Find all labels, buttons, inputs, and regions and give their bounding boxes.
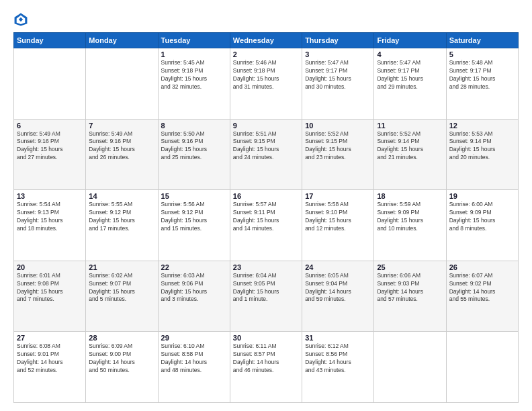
calendar-week-row: 6Sunrise: 5:49 AMSunset: 9:16 PMDaylight… [14,119,519,190]
day-info: Sunrise: 5:59 AMSunset: 9:09 PMDaylight:… [377,201,443,233]
day-number: 1 [161,50,227,58]
day-info: Sunrise: 6:05 AMSunset: 9:04 PMDaylight:… [305,272,371,304]
weekday-header-row: SundayMondayTuesdayWednesdayThursdayFrid… [14,33,519,48]
day-info: Sunrise: 5:56 AMSunset: 9:12 PMDaylight:… [161,201,227,233]
calendar-cell: 27Sunrise: 6:08 AMSunset: 9:01 PMDayligh… [14,332,86,403]
day-info: Sunrise: 6:02 AMSunset: 9:07 PMDaylight:… [89,272,154,304]
calendar-cell: 16Sunrise: 5:57 AMSunset: 9:11 PMDayligh… [230,190,302,261]
day-number: 25 [377,263,443,271]
day-info: Sunrise: 5:48 AMSunset: 9:17 PMDaylight:… [449,59,515,91]
calendar-cell: 4Sunrise: 5:47 AMSunset: 9:17 PMDaylight… [374,48,446,120]
day-info: Sunrise: 6:03 AMSunset: 9:06 PMDaylight:… [161,272,227,304]
calendar-cell: 17Sunrise: 5:58 AMSunset: 9:10 PMDayligh… [302,190,374,261]
day-number: 8 [161,122,227,130]
calendar-cell: 10Sunrise: 5:52 AMSunset: 9:15 PMDayligh… [302,119,374,190]
calendar-cell: 28Sunrise: 6:09 AMSunset: 9:00 PMDayligh… [86,332,158,403]
calendar-cell: 24Sunrise: 6:05 AMSunset: 9:04 PMDayligh… [302,261,374,332]
logo-icon [13,12,28,27]
weekday-header-friday: Friday [374,33,446,48]
logo [13,12,31,27]
calendar-cell: 22Sunrise: 6:03 AMSunset: 9:06 PMDayligh… [158,261,230,332]
day-number: 12 [449,122,515,130]
day-info: Sunrise: 6:07 AMSunset: 9:02 PMDaylight:… [449,272,515,304]
day-number: 3 [305,50,371,58]
day-info: Sunrise: 5:49 AMSunset: 9:16 PMDaylight:… [89,130,154,163]
weekday-header-monday: Monday [86,33,158,48]
day-number: 20 [17,263,83,271]
day-info: Sunrise: 5:50 AMSunset: 9:16 PMDaylight:… [161,130,227,163]
day-number: 10 [305,122,371,130]
calendar-cell: 30Sunrise: 6:11 AMSunset: 8:57 PMDayligh… [230,332,302,403]
day-info: Sunrise: 5:47 AMSunset: 9:17 PMDaylight:… [305,59,371,91]
weekday-header-sunday: Sunday [14,33,86,48]
calendar-cell: 3Sunrise: 5:47 AMSunset: 9:17 PMDaylight… [302,48,374,120]
day-number: 26 [449,263,515,271]
day-number: 19 [449,192,515,200]
day-number: 9 [233,122,299,130]
calendar-week-row: 20Sunrise: 6:01 AMSunset: 9:08 PMDayligh… [14,261,519,332]
calendar-week-row: 1Sunrise: 5:45 AMSunset: 9:18 PMDaylight… [14,48,519,120]
day-info: Sunrise: 5:49 AMSunset: 9:16 PMDaylight:… [17,130,83,163]
day-number: 23 [233,263,299,271]
calendar-cell [374,332,446,403]
day-number: 24 [305,263,371,271]
day-number: 16 [233,192,299,200]
day-number: 2 [233,50,299,58]
day-number: 22 [161,263,227,271]
calendar-table: SundayMondayTuesdayWednesdayThursdayFrid… [13,32,519,403]
calendar-cell: 11Sunrise: 5:52 AMSunset: 9:14 PMDayligh… [374,119,446,190]
calendar-cell: 21Sunrise: 6:02 AMSunset: 9:07 PMDayligh… [86,261,158,332]
day-number: 11 [377,122,443,130]
day-info: Sunrise: 6:01 AMSunset: 9:08 PMDaylight:… [17,272,83,304]
calendar-cell [446,332,518,403]
calendar-week-row: 27Sunrise: 6:08 AMSunset: 9:01 PMDayligh… [14,332,519,403]
calendar-cell: 13Sunrise: 5:54 AMSunset: 9:13 PMDayligh… [14,190,86,261]
day-info: Sunrise: 5:55 AMSunset: 9:12 PMDaylight:… [89,201,154,233]
day-info: Sunrise: 6:08 AMSunset: 9:01 PMDaylight:… [17,342,83,375]
day-number: 15 [161,192,227,200]
calendar-week-row: 13Sunrise: 5:54 AMSunset: 9:13 PMDayligh… [14,190,519,261]
header [13,12,519,27]
day-info: Sunrise: 6:06 AMSunset: 9:03 PMDaylight:… [377,272,443,304]
calendar-cell: 1Sunrise: 5:45 AMSunset: 9:18 PMDaylight… [158,48,230,120]
day-number: 30 [233,334,299,342]
day-info: Sunrise: 5:57 AMSunset: 9:11 PMDaylight:… [233,201,299,233]
calendar-cell: 7Sunrise: 5:49 AMSunset: 9:16 PMDaylight… [86,119,158,190]
calendar-cell: 2Sunrise: 5:46 AMSunset: 9:18 PMDaylight… [230,48,302,120]
day-number: 14 [89,192,154,200]
day-info: Sunrise: 5:52 AMSunset: 9:15 PMDaylight:… [305,130,371,163]
day-info: Sunrise: 6:04 AMSunset: 9:05 PMDaylight:… [233,272,299,304]
calendar-cell: 19Sunrise: 6:00 AMSunset: 9:09 PMDayligh… [446,190,518,261]
day-number: 17 [305,192,371,200]
day-info: Sunrise: 5:46 AMSunset: 9:18 PMDaylight:… [233,59,299,91]
calendar-cell [14,48,86,120]
day-number: 4 [377,50,443,58]
day-info: Sunrise: 5:58 AMSunset: 9:10 PMDaylight:… [305,201,371,233]
calendar-cell: 31Sunrise: 6:12 AMSunset: 8:56 PMDayligh… [302,332,374,403]
day-info: Sunrise: 6:10 AMSunset: 8:58 PMDaylight:… [161,342,227,375]
calendar-cell: 15Sunrise: 5:56 AMSunset: 9:12 PMDayligh… [158,190,230,261]
calendar-cell: 6Sunrise: 5:49 AMSunset: 9:16 PMDaylight… [14,119,86,190]
calendar-cell: 12Sunrise: 5:53 AMSunset: 9:14 PMDayligh… [446,119,518,190]
page: SundayMondayTuesdayWednesdayThursdayFrid… [0,0,532,411]
calendar-cell: 29Sunrise: 6:10 AMSunset: 8:58 PMDayligh… [158,332,230,403]
calendar-cell [86,48,158,120]
day-info: Sunrise: 6:11 AMSunset: 8:57 PMDaylight:… [233,342,299,375]
day-number: 13 [17,192,83,200]
calendar-cell: 25Sunrise: 6:06 AMSunset: 9:03 PMDayligh… [374,261,446,332]
weekday-header-thursday: Thursday [302,33,374,48]
day-info: Sunrise: 6:00 AMSunset: 9:09 PMDaylight:… [449,201,515,233]
calendar-cell: 14Sunrise: 5:55 AMSunset: 9:12 PMDayligh… [86,190,158,261]
day-number: 28 [89,334,154,342]
day-number: 18 [377,192,443,200]
day-number: 5 [449,50,515,58]
weekday-header-wednesday: Wednesday [230,33,302,48]
day-number: 27 [17,334,83,342]
day-number: 7 [89,122,154,130]
day-info: Sunrise: 5:52 AMSunset: 9:14 PMDaylight:… [377,130,443,163]
day-number: 21 [89,263,154,271]
day-info: Sunrise: 5:47 AMSunset: 9:17 PMDaylight:… [377,59,443,91]
day-info: Sunrise: 5:53 AMSunset: 9:14 PMDaylight:… [449,130,515,163]
calendar-cell: 5Sunrise: 5:48 AMSunset: 9:17 PMDaylight… [446,48,518,120]
weekday-header-tuesday: Tuesday [158,33,230,48]
